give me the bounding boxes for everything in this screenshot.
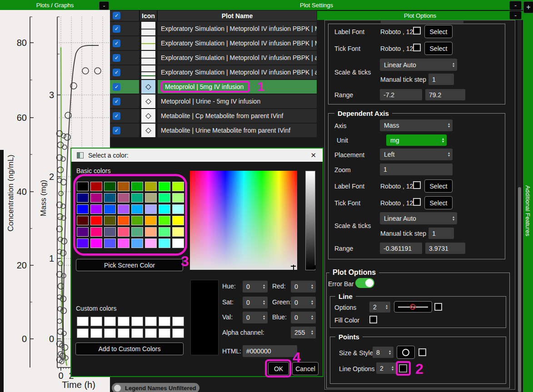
custom-color-swatch[interactable]: [172, 317, 184, 326]
custom-color-swatch[interactable]: [172, 328, 184, 338]
dep-tick-font-select-button[interactable]: Select: [424, 196, 453, 209]
diamond-marker-icon[interactable]: [141, 94, 155, 108]
table-row[interactable]: ✓Metoprolol | Urine - 5mg IV infusion: [110, 94, 317, 108]
label-font-select-button[interactable]: Select: [424, 25, 453, 38]
value-slider-handle[interactable]: [312, 265, 316, 269]
dep-tick-font-color-box[interactable]: [413, 198, 421, 206]
unit-dropdown[interactable]: mg ▴▾: [386, 134, 447, 146]
spinner-arrows-icon[interactable]: ▴▾: [311, 284, 313, 289]
table-row[interactable]: ✓Exploratory Simulation | Metoprolol IV …: [110, 51, 317, 65]
legend-names-toggle[interactable]: Legend Names Unfiltered: [112, 383, 199, 392]
custom-color-swatch[interactable]: [90, 317, 102, 326]
dep-range-min-input[interactable]: -0.361191: [380, 243, 422, 254]
line-color-box[interactable]: [434, 303, 442, 311]
range-max-input[interactable]: 79.2: [425, 89, 465, 100]
tick-font-select-button[interactable]: Select: [424, 42, 453, 55]
line-style-icon[interactable]: [141, 51, 155, 65]
fill-color-box[interactable]: [369, 316, 377, 323]
plot-name-cell[interactable]: Exploratory Simulation | Metoprolol IV i…: [158, 22, 317, 35]
spinner-arrows-icon[interactable]: ▴▾: [263, 300, 265, 305]
hue-spinbox[interactable]: 0▴▾: [243, 281, 268, 293]
spinner-arrows-icon[interactable]: ▴▾: [311, 300, 313, 305]
error-bar-toggle[interactable]: [355, 278, 374, 288]
diamond-marker-icon[interactable]: [141, 124, 155, 137]
spinner-arrows-icon[interactable]: ▴▾: [311, 330, 313, 335]
plot-settings-titlebar[interactable]: Plot Settings: [110, 0, 523, 10]
custom-color-swatch[interactable]: [145, 328, 157, 338]
label-font-color-box[interactable]: [413, 27, 421, 35]
plot-name-cell[interactable]: Metabolite | Urine Metabolite from paren…: [158, 124, 317, 137]
dep-manual-tick-step-input[interactable]: 1: [428, 228, 454, 239]
row-checkbox[interactable]: ✓: [113, 98, 120, 105]
plots-graphs-titlebar[interactable]: Plots / Graphs: [0, 0, 110, 10]
points-line-options-spinbox[interactable]: 2 ▴▾: [376, 362, 396, 374]
custom-color-swatch[interactable]: [159, 317, 170, 326]
table-row[interactable]: ✓Exploratory Simulation | Metoprolol IV …: [110, 22, 317, 35]
close-icon[interactable]: ✕: [310, 151, 316, 159]
row-checkbox[interactable]: ✓: [113, 69, 120, 76]
plots-graphs-minimize-button[interactable]: -: [99, 1, 109, 10]
plot-name-cell[interactable]: Exploratory Simulation | Metoprolol IV i…: [158, 65, 317, 79]
dep-label-font-color-box[interactable]: [413, 181, 421, 189]
line-style-icon[interactable]: [141, 22, 155, 35]
color-dialog-titlebar[interactable]: Select a color: ✕: [71, 149, 323, 162]
table-row[interactable]: ✓Metabolite | Cp Metabolite from parent …: [110, 109, 317, 123]
line-style-icon[interactable]: [141, 65, 155, 79]
plot-name-cell[interactable]: Metoprolol | Urine - 5mg IV infusion: [158, 94, 317, 108]
custom-color-swatch[interactable]: [159, 328, 170, 338]
row-checkbox[interactable]: ✓: [113, 83, 120, 91]
axis-dropdown[interactable]: Mass ▴▾: [380, 119, 453, 131]
custom-color-swatch[interactable]: [77, 317, 89, 326]
plot-name-cell[interactable]: Exploratory Simulation | Metoprolol IV i…: [158, 36, 317, 50]
plot-name-cell[interactable]: Metabolite | Cp Metabolite from parent I…: [158, 109, 317, 123]
point-color-box[interactable]: [418, 348, 426, 356]
point-style-preview[interactable]: [397, 346, 415, 359]
dep-scale-dropdown[interactable]: Linear Auto ▴▾: [380, 212, 457, 224]
alpha-spinbox[interactable]: 255▴▾: [291, 327, 316, 338]
row-checkbox[interactable]: ✓: [113, 54, 120, 62]
custom-color-swatch[interactable]: [118, 328, 130, 338]
select-all-checkbox[interactable]: ✓: [113, 12, 120, 20]
add-panel-plus-button[interactable]: +: [523, 1, 533, 13]
sat-spinbox[interactable]: 0▴▾: [243, 297, 268, 308]
table-row[interactable]: ✓Exploratory Simulation | Metoprolol IV …: [110, 65, 317, 79]
dep-label-font-select-button[interactable]: Select: [424, 179, 453, 193]
diamond-marker-icon[interactable]: [141, 80, 155, 94]
placement-dropdown[interactable]: Left ▴▾: [380, 149, 453, 160]
manual-tick-step-input[interactable]: 1: [428, 74, 454, 85]
line-options-spinbox[interactable]: 2 ▴▾: [369, 302, 390, 313]
custom-color-swatch[interactable]: [145, 317, 157, 326]
range-min-input[interactable]: -7.2: [380, 89, 422, 100]
spinner-arrows-icon[interactable]: ▴▾: [311, 315, 313, 320]
blue-spinbox[interactable]: 0▴▾: [291, 312, 316, 323]
add-to-custom-colors-button[interactable]: Add to Custom Colors: [75, 342, 184, 355]
red-spinbox[interactable]: 0▴▾: [291, 281, 316, 293]
right-scrollbar-track[interactable]: [518, 20, 522, 392]
green-spinbox[interactable]: 0▴▾: [291, 297, 316, 308]
dep-range-max-input[interactable]: 3.9731: [425, 243, 465, 254]
additional-features-strip[interactable]: Additional Features: [523, 0, 533, 392]
custom-color-swatch[interactable]: [131, 317, 143, 326]
row-checkbox[interactable]: ✓: [113, 127, 120, 134]
spinner-arrows-icon[interactable]: ▴▾: [263, 315, 265, 320]
custom-color-swatch[interactable]: [131, 328, 143, 338]
custom-color-swatch[interactable]: [90, 328, 102, 338]
zoom-input[interactable]: 1: [380, 164, 453, 175]
row-checkbox[interactable]: ✓: [113, 112, 120, 120]
row-checkbox[interactable]: ✓: [113, 40, 120, 47]
plot-settings-minimize-button[interactable]: -: [509, 1, 522, 10]
line-style-preview[interactable]: [394, 301, 432, 313]
html-input[interactable]: #000000: [243, 345, 297, 357]
table-row[interactable]: ✓Metoprolol | 5mg IV infusion1: [110, 80, 317, 94]
val-spinbox[interactable]: 0▴▾: [243, 312, 268, 323]
plot-options-titlebar[interactable]: Plot Options: [317, 11, 523, 20]
custom-color-swatch[interactable]: [104, 317, 116, 326]
plot-name-cell[interactable]: Metoprolol | 5mg IV infusion1: [158, 80, 317, 94]
line-style-icon[interactable]: [141, 36, 155, 50]
table-row[interactable]: ✓Exploratory Simulation | Metoprolol IV …: [110, 36, 317, 50]
plot-name-cell[interactable]: Exploratory Simulation | Metoprolol IV i…: [158, 51, 317, 65]
custom-color-swatch[interactable]: [77, 328, 89, 338]
diamond-marker-icon[interactable]: [141, 109, 155, 123]
row-checkbox[interactable]: ✓: [113, 25, 120, 33]
spinner-arrows-icon[interactable]: ▴▾: [389, 350, 391, 355]
